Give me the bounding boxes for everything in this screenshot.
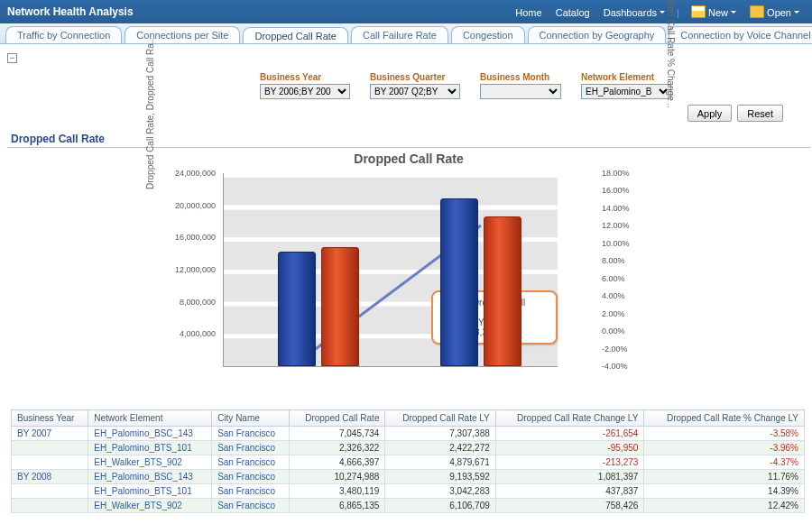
col-header[interactable]: Business Year	[12, 410, 88, 427]
cell-change: -95,950	[495, 441, 644, 455]
page-title: Network Health Analysis	[7, 5, 510, 18]
cell-value: 3,480,119	[290, 484, 385, 499]
tab-connections-per-site[interactable]: Connections per Site	[125, 26, 240, 43]
cell-element[interactable]: EH_Palomino_BSC_143	[88, 470, 212, 484]
select-business-month[interactable]	[480, 84, 561, 99]
apply-button[interactable]: Apply	[687, 105, 733, 122]
cell-value: 7,045,734	[290, 427, 385, 441]
chart-dropped-call-rate: Dropped Call Rate Dropped Call Rate, Dro…	[156, 153, 661, 397]
table-row: EH_Palomino_BTS_101San Francisco3,480,11…	[12, 484, 805, 499]
bar-BY 2008-Dropped-Call-Rate-LY[interactable]	[484, 216, 521, 366]
col-header[interactable]: City Name	[212, 410, 290, 427]
cell-element[interactable]: EH_Palomino_BTS_101	[88, 441, 212, 455]
cell-change: 1,081,397	[495, 470, 644, 484]
cell-value: 3,042,283	[385, 484, 495, 499]
y2-axis-label: Dropped Call Rate % Change ..	[666, 0, 676, 171]
table-row: EH_Walker_BTS_902San Francisco4,666,3974…	[12, 455, 805, 470]
link-catalog[interactable]: Catalog	[556, 7, 590, 18]
cell-value: 2,422,272	[385, 441, 495, 455]
tab-connection-by-geography[interactable]: Connection by Geography	[528, 26, 667, 43]
cell-year[interactable]: BY 2007	[12, 427, 88, 441]
cell-value: 10,274,988	[290, 470, 385, 484]
cell-pct: -3.58%	[644, 427, 805, 441]
tab-traffic-by-connection[interactable]: Traffic by Connection	[5, 26, 122, 43]
cell-value: 6,865,135	[290, 499, 385, 513]
cell-value: 6,106,709	[385, 499, 495, 513]
cell-city[interactable]: San Francisco	[212, 455, 290, 470]
open-label: Open	[767, 7, 791, 18]
toolbar-separator: |	[677, 7, 679, 18]
top-links: Home Catalog Dashboards | New Open	[510, 5, 805, 18]
y-axis-label: Dropped Call Rate, Dropped Call Ra..	[145, 9, 155, 189]
cell-value: 9,193,592	[385, 470, 495, 484]
chart-plot-area[interactable]: Series: Dropped Call Rate LY Group: BY 2…	[223, 173, 558, 367]
tab-connection-by-voice-channel[interactable]: Connection by Voice Channel	[669, 26, 812, 43]
cell-change: -213,273	[495, 455, 644, 470]
open-icon	[750, 5, 764, 18]
cell-city[interactable]: San Francisco	[212, 441, 290, 455]
cell-city[interactable]: San Francisco	[212, 427, 290, 441]
cell-year[interactable]	[12, 441, 88, 455]
y-ticks-left: 24,000,00020,000,00016,000,00012,000,000…	[156, 173, 219, 366]
cell-year[interactable]: BY 2008	[12, 470, 88, 484]
cell-year[interactable]	[12, 499, 88, 513]
cell-change: -261,654	[495, 427, 644, 441]
reset-button[interactable]: Reset	[737, 105, 783, 122]
bar-BY 2008-Dropped-Call-Rate[interactable]	[440, 198, 478, 366]
cell-year[interactable]	[12, 455, 88, 470]
cell-change: 758,426	[495, 499, 644, 513]
cell-city[interactable]: San Francisco	[212, 484, 290, 499]
cell-value: 2,326,322	[290, 441, 385, 455]
new-icon	[691, 5, 706, 18]
cell-city[interactable]: San Francisco	[212, 499, 290, 513]
cell-city[interactable]: San Francisco	[212, 470, 290, 484]
filter-bar: Business Year BY 2006;BY 200 Business Qu…	[7, 69, 810, 101]
cell-pct: 14.39%	[644, 484, 805, 499]
cell-element[interactable]: EH_Walker_BTS_902	[88, 455, 212, 470]
tab-call-failure-rate[interactable]: Call Failure Rate	[351, 26, 448, 43]
cell-pct: -3.96%	[644, 441, 805, 455]
chart-title: Dropped Call Rate	[156, 152, 661, 166]
bar-BY 2007-Dropped-Call-Rate[interactable]	[278, 252, 316, 366]
col-header[interactable]: Dropped Call Rate Change LY	[495, 410, 644, 427]
tab-congestion[interactable]: Congestion	[451, 26, 525, 43]
cell-value: 4,666,397	[290, 455, 385, 470]
open-menu[interactable]: Open	[750, 7, 799, 18]
table-row: EH_Palomino_BTS_101San Francisco2,326,32…	[12, 441, 805, 455]
select-business-year[interactable]: BY 2006;BY 200	[260, 84, 350, 99]
col-header[interactable]: Dropped Call Rate % Change LY	[644, 410, 805, 427]
section-title: Dropped Call Rate	[7, 131, 810, 148]
cell-element[interactable]: EH_Walker_BTS_902	[88, 499, 212, 513]
cell-year[interactable]	[12, 484, 88, 499]
cell-value: 7,307,388	[385, 427, 495, 441]
new-menu[interactable]: New	[691, 7, 736, 18]
table-row: BY 2007EH_Palomino_BSC_143San Francisco7…	[12, 427, 805, 441]
bar-BY 2007-Dropped-Call-Rate-LY[interactable]	[321, 247, 359, 366]
cell-element[interactable]: EH_Palomino_BSC_143	[88, 427, 212, 441]
col-header[interactable]: Dropped Call Rate	[290, 410, 385, 427]
filter-business-quarter: Business Quarter BY 2007 Q2;BY	[370, 72, 460, 99]
cell-pct: 11.76%	[644, 470, 805, 484]
cell-pct: -4.37%	[644, 455, 805, 470]
top-toolbar: Network Health Analysis Home Catalog Das…	[0, 0, 812, 23]
filter-year-label: Business Year	[260, 72, 350, 82]
select-network-element[interactable]: EH_Palomino_B	[581, 84, 671, 99]
cell-value: 4,879,671	[385, 455, 495, 470]
cell-pct: 12.42%	[644, 499, 805, 513]
cell-element[interactable]: EH_Palomino_BTS_101	[88, 484, 212, 499]
link-home[interactable]: Home	[515, 7, 541, 18]
collapse-toggle[interactable]: −	[7, 53, 17, 63]
select-business-quarter[interactable]: BY 2007 Q2;BY	[370, 84, 460, 99]
filter-month-label: Business Month	[480, 72, 561, 82]
col-header[interactable]: Dropped Call Rate LY	[385, 410, 495, 427]
new-label: New	[708, 7, 728, 18]
col-header[interactable]: Network Element	[88, 410, 212, 427]
data-table: Business YearNetwork ElementCity NameDro…	[11, 409, 805, 513]
filter-business-year: Business Year BY 2006;BY 200	[260, 72, 350, 99]
filter-quarter-label: Business Quarter	[370, 72, 460, 82]
link-dashboards[interactable]: Dashboards	[604, 7, 665, 18]
filter-element-label: Network Element	[581, 72, 671, 82]
tab-dropped-call-rate[interactable]: Dropped Call Rate	[243, 27, 348, 44]
table-row: EH_Walker_BTS_902San Francisco6,865,1356…	[12, 499, 805, 513]
y-ticks-right: 18.00%16.00%14.00%12.00%10.00%8.00%6.00%…	[598, 173, 661, 366]
